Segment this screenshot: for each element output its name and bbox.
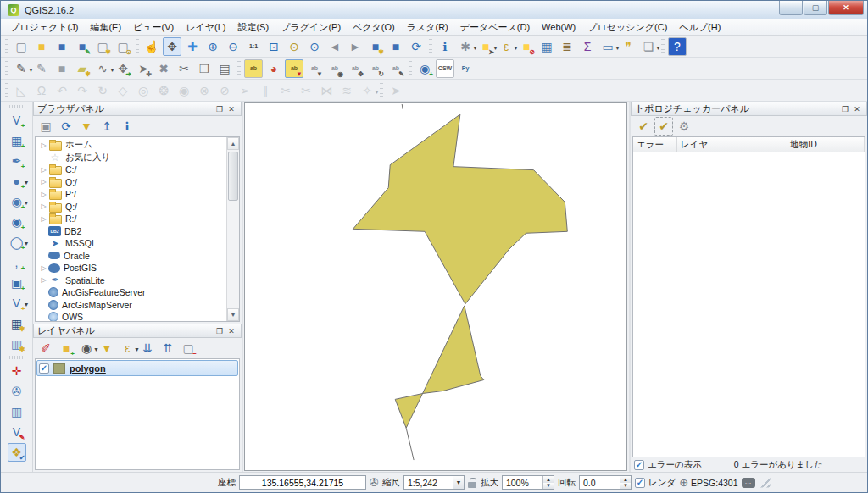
add-wms-layer-dropdown-icon[interactable]: ▼	[24, 241, 30, 246]
delete-selected-icon[interactable]: ✖	[154, 59, 173, 78]
show-bookmarks-icon[interactable]: ■	[387, 37, 405, 56]
title-bar[interactable]: Q QGIS2.16.2 — ▢ ✕	[1, 1, 867, 19]
expander-icon[interactable]: ▷	[39, 264, 48, 272]
browser-item-ArcGisMapServer[interactable]: ArcGisMapServer	[36, 299, 239, 312]
zoom-to-layer-icon[interactable]: ⊙	[305, 37, 324, 56]
toggle-editing-icon[interactable]: ✎	[32, 59, 51, 78]
expand-all-layers-icon[interactable]: ⇊	[138, 339, 157, 357]
browser-item-お気に入り[interactable]: お気に入り	[36, 152, 239, 164]
topology-column-エラー[interactable]: エラー	[633, 137, 677, 152]
map-navigation-toolbar-handle[interactable]	[136, 39, 139, 54]
select-features-icon[interactable]: ■➤▼	[476, 37, 495, 56]
map-canvas[interactable]	[244, 102, 627, 471]
current-edits-icon[interactable]: ✎▼	[12, 59, 31, 78]
zoom-last-icon[interactable]: ◄	[326, 37, 344, 56]
render-checkbox[interactable]: ✓	[635, 478, 645, 488]
add-spatialite-layer-icon[interactable]: ✒+	[8, 152, 26, 170]
browser-float-icon[interactable]: ❐	[214, 103, 225, 114]
project-toolbar-handle[interactable]	[5, 39, 8, 54]
collapse-all-icon[interactable]: ↥	[97, 117, 116, 136]
browser-scrollbar[interactable]: ▲ ▼	[226, 137, 239, 321]
add-mssql-layer-icon[interactable]: ◉+▼	[8, 192, 26, 211]
validate-extent-icon[interactable]: ✔	[654, 117, 673, 136]
filter-legend-by-expression-icon[interactable]: ε▼	[118, 339, 136, 357]
browser-item-ArcGisFeatureServer[interactable]: ArcGisFeatureServer	[36, 286, 239, 299]
touch-zoom-icon[interactable]: ☝	[142, 37, 161, 56]
map-tips-icon[interactable]: ❞	[619, 37, 637, 56]
menu-item[interactable]: ビュー(V)	[127, 19, 180, 36]
new-geopackage-layer-icon[interactable]: ▦✱	[8, 314, 26, 333]
change-label-icon[interactable]: ab✎	[387, 59, 405, 78]
browser-item-SpatiaLite[interactable]: ▷SpatiaLite	[36, 274, 239, 287]
add-mssql-layer-dropdown-icon[interactable]: ▼	[24, 200, 30, 206]
move-label-icon[interactable]: ab✥	[346, 59, 364, 78]
crs-value[interactable]: EPSG:4301	[691, 478, 737, 488]
coordinate-capture-icon[interactable]: ✛	[8, 362, 26, 380]
layers-close-icon[interactable]: ✕	[225, 325, 237, 336]
python-console-icon[interactable]: Py	[456, 59, 475, 78]
browser-properties-icon[interactable]: ℹ	[118, 117, 136, 136]
scroll-down-icon[interactable]: ▼	[227, 308, 239, 321]
circular-string-icon[interactable]: ∿▼	[93, 59, 112, 78]
validate-all-icon[interactable]: ✔	[634, 117, 653, 136]
browser-item-C:/[interactable]: ▷C:/	[36, 163, 239, 176]
close-button[interactable]: ✕	[828, 1, 864, 15]
text-annotation-dropdown-icon[interactable]: ▼	[655, 45, 661, 51]
move-feature-icon[interactable]: ✥➜	[114, 59, 132, 78]
zoom-out-icon[interactable]: ⊖	[224, 37, 242, 56]
scroll-thumb[interactable]	[228, 152, 238, 201]
magnifier-spinbox[interactable]: 100% ▲▼	[502, 475, 554, 490]
topology-float-icon[interactable]: ❐	[839, 103, 851, 114]
save-layer-edits-icon[interactable]: ■	[53, 59, 71, 78]
browser-panel-titlebar[interactable]: ブラウザパネル ❐ ✕	[33, 102, 242, 116]
resize-grip[interactable]	[760, 478, 771, 488]
new-from-template-icon[interactable]: ▢✱	[93, 37, 112, 56]
add-delimited-text-layer-icon[interactable]: ,+	[8, 253, 26, 272]
layer-labeling-icon[interactable]: ab	[244, 59, 263, 78]
minimize-button[interactable]: —	[779, 1, 803, 15]
new-shapefile-layer-icon[interactable]: V+▼	[8, 294, 26, 313]
menu-item[interactable]: ラスタ(R)	[401, 19, 454, 36]
layers-float-icon[interactable]: ❐	[214, 325, 225, 336]
menu-item[interactable]: プロジェクト(J)	[4, 19, 84, 36]
lock-scale-icon[interactable]	[468, 478, 477, 488]
scroll-up-icon[interactable]: ▲	[227, 137, 239, 150]
layers-panel-titlebar[interactable]: レイヤパネル ❐ ✕	[33, 324, 242, 338]
menu-item[interactable]: データベース(D)	[454, 19, 536, 36]
expander-icon[interactable]: ▷	[39, 215, 48, 223]
browser-item-R:/[interactable]: ▷R:/	[36, 213, 239, 225]
web-toolbar-handle[interactable]	[409, 61, 412, 76]
expander-icon[interactable]: ▷	[39, 202, 48, 210]
metasearch-catalog-icon[interactable]: ✇	[8, 382, 26, 401]
save-project-as-icon[interactable]: ■✎	[73, 37, 92, 56]
browser-item-MSSQL[interactable]: MSSQL	[36, 237, 239, 250]
menu-item[interactable]: ヘルプ(H)	[673, 19, 726, 36]
cut-features-icon[interactable]: ✂	[175, 59, 193, 78]
copy-features-icon[interactable]: ❐	[195, 59, 214, 78]
menu-item[interactable]: レイヤ(L)	[180, 19, 231, 36]
menu-item[interactable]: 編集(E)	[84, 19, 127, 36]
project-template-search-icon[interactable]: ▢⊙	[114, 37, 132, 56]
scale-combobox[interactable]: 1:5,242 ▼	[403, 475, 465, 490]
scale-dropdown-icon[interactable]: ▼	[453, 476, 464, 489]
browser-item-OWS[interactable]: OWS	[36, 311, 239, 322]
refresh-browser-icon[interactable]: ⟳	[57, 117, 75, 136]
text-annotation-icon[interactable]: ❏▼	[639, 37, 658, 56]
expander-icon[interactable]: ▷	[39, 178, 48, 186]
expander-icon[interactable]: ▷	[39, 166, 48, 174]
deselect-all-icon[interactable]: ■⊘	[517, 37, 536, 56]
coordinate-input[interactable]	[239, 475, 366, 490]
mouse-position-toggle-icon[interactable]: ✇	[370, 476, 379, 489]
select-by-expression-icon[interactable]: ε▼	[497, 37, 515, 56]
point-symbol-toolbar-handle[interactable]	[380, 83, 383, 98]
manage-layers-toolbar-handle[interactable]	[9, 105, 25, 108]
highlight-pinned-labels-icon[interactable]: ab▼	[285, 59, 303, 78]
add-postgis-layer-icon[interactable]: ●+▼	[8, 172, 26, 191]
rotation-up-icon[interactable]: ▲	[620, 476, 631, 483]
menu-item[interactable]: 設定(S)	[231, 19, 275, 36]
help-icon[interactable]: ?	[668, 37, 687, 56]
browser-item-PostGIS[interactable]: ▷PostGIS	[36, 262, 239, 274]
open-project-icon[interactable]: ■	[32, 37, 51, 56]
magnifier-down-icon[interactable]: ▼	[543, 483, 554, 490]
new-bookmark-icon[interactable]: ■✱	[366, 37, 385, 56]
